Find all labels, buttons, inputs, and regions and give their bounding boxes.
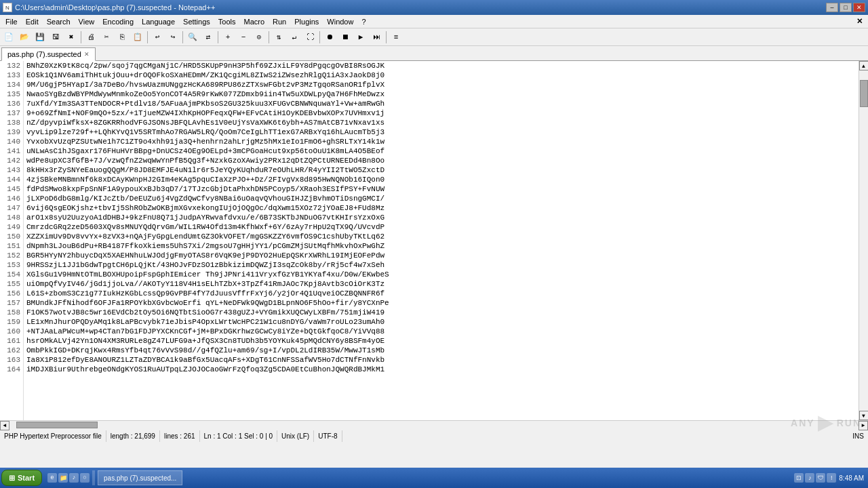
line-number: 153 bbox=[3, 260, 20, 270]
folder-icon[interactable]: 📁 bbox=[58, 473, 68, 483]
function-list[interactable]: ≡ bbox=[389, 30, 403, 45]
app-icon: N bbox=[3, 3, 12, 12]
print-button[interactable]: 🖨 bbox=[83, 30, 98, 45]
save-button[interactable]: 💾 bbox=[33, 30, 47, 45]
copy-button[interactable]: ⎘ bbox=[115, 30, 130, 45]
browser-icon[interactable]: ○ bbox=[80, 473, 90, 483]
line-number: 154 bbox=[3, 270, 20, 279]
code-line: XZZXimUv9Dv8vvYx+8zVX3+nQAjFyGpgLendUmtG… bbox=[26, 232, 856, 241]
scroll-left-button[interactable]: ◄ bbox=[0, 421, 9, 430]
status-length: length : 21,699 bbox=[106, 430, 160, 442]
menu-encoding[interactable]: Encoding bbox=[98, 17, 138, 26]
menu-window[interactable]: Window bbox=[323, 17, 357, 26]
line-number: 160 bbox=[3, 327, 20, 336]
code-line: hsrOMkALVj42Yn1ON4XM3RURLe8gZ47LUFG9a+Jf… bbox=[26, 336, 856, 346]
start-label: Start bbox=[18, 474, 35, 482]
tab-label: pas.php (7).suspected bbox=[7, 50, 81, 58]
macro-run-multi[interactable]: ⏭ bbox=[369, 30, 384, 45]
new-button[interactable]: 📄 bbox=[1, 30, 16, 45]
minimize-button[interactable]: – bbox=[826, 3, 838, 12]
code-line: EOSk1Q1NV6amiThHtukjOuu+drOQOFkoSXaHEDmM… bbox=[26, 70, 856, 80]
status-position: Ln : 1 Col : 1 Sel : 0 | 0 bbox=[200, 430, 278, 442]
menu-bar: File Edit Search View Encoding Language … bbox=[0, 15, 868, 28]
find-button[interactable]: 🔍 bbox=[185, 30, 200, 45]
tray-security-icon[interactable]: 🛡 bbox=[816, 473, 825, 483]
menu-tools[interactable]: Tools bbox=[214, 17, 240, 26]
line-number: 159 bbox=[3, 317, 20, 327]
menu-help[interactable]: ? bbox=[357, 17, 370, 26]
menu-edit[interactable]: Edit bbox=[22, 17, 43, 26]
line-number: 134 bbox=[3, 80, 20, 89]
toolbar: 📄 📂 💾 🖫 ✖ 🖨 ✂ ⎘ 📋 ↩ ↪ 🔍 ⇄ + − ⊙ ⇅ ↵ ⛶ ⏺ … bbox=[0, 28, 868, 46]
code-line: +NTJAaLaPWcuM+wp4CTan7bG1FDJPYXCKnCGf+jM… bbox=[26, 327, 856, 336]
line-number: 143 bbox=[3, 165, 20, 175]
ie-icon[interactable]: e bbox=[47, 473, 57, 483]
tray-volume-icon[interactable]: ♪ bbox=[805, 473, 814, 483]
close-button[interactable]: ✕ bbox=[853, 3, 865, 12]
menu-settings[interactable]: Settings bbox=[179, 17, 214, 26]
horizontal-scrollbar[interactable]: ◄ ► bbox=[0, 420, 868, 430]
tray-network-icon[interactable]: ⊡ bbox=[794, 473, 804, 483]
tab-close-icon[interactable]: ✕ bbox=[84, 51, 90, 58]
line-number: 164 bbox=[3, 365, 20, 374]
redo-button[interactable]: ↪ bbox=[165, 30, 180, 45]
paste-button[interactable]: 📋 bbox=[130, 30, 145, 45]
line-number: 132 bbox=[3, 61, 20, 70]
menu-file[interactable]: File bbox=[1, 17, 22, 26]
scroll-up-button[interactable]: ▲ bbox=[859, 61, 869, 70]
undo-button[interactable]: ↩ bbox=[150, 30, 165, 45]
maximize-button[interactable]: □ bbox=[840, 3, 852, 12]
vertical-scrollbar[interactable]: ▲ ▼ bbox=[859, 61, 868, 420]
line-number: 158 bbox=[3, 308, 20, 317]
macro-stop[interactable]: ⏹ bbox=[338, 30, 353, 45]
code-line: iMDJXBiur9UthrebgeONdgKYOS1RuAUTpqLZJOJO… bbox=[26, 365, 856, 374]
scroll-down-button[interactable]: ▼ bbox=[859, 411, 869, 420]
tab-pas-php[interactable]: pas.php (7).suspected ✕ bbox=[1, 47, 96, 61]
line-number: 144 bbox=[3, 175, 20, 184]
zoom-out-button[interactable]: − bbox=[236, 30, 251, 45]
line-number: 148 bbox=[3, 213, 20, 222]
window-title: C:\Users\admin\Desktop\pas.php (7).suspe… bbox=[15, 3, 215, 12]
taskbar-app-item[interactable]: pas.php (7).suspected... bbox=[98, 470, 182, 485]
fullscreen-button[interactable]: ⛶ bbox=[302, 30, 317, 45]
replace-button[interactable]: ⇄ bbox=[201, 30, 216, 45]
close-button2[interactable]: ✖ bbox=[64, 30, 79, 45]
menu-search[interactable]: Search bbox=[43, 17, 75, 26]
wrap-button[interactable]: ↵ bbox=[287, 30, 302, 45]
code-content-area[interactable]: BNhZ0XzK9tK8cq/2pw/sqoj7qgCMgaNj1C/HRD5S… bbox=[24, 61, 859, 420]
code-line: F1OK57wotvJB8c5wr16EVdCb2tOy5Oi6NQTbtSio… bbox=[26, 308, 856, 317]
status-eol: Unix (LF) bbox=[277, 430, 314, 442]
code-line: XGlsGu1V9HmNtOTmLBOXHUpoipFspGphIEmicer … bbox=[26, 270, 856, 279]
cut-button[interactable]: ✂ bbox=[99, 30, 114, 45]
scroll-thumb[interactable] bbox=[860, 80, 868, 107]
line-number: 149 bbox=[3, 222, 20, 232]
code-line: NwaoSYgBzdWBYPMdWywMnmkoZeOo5YonCOT4A5R9… bbox=[26, 89, 856, 99]
open-button[interactable]: 📂 bbox=[17, 30, 32, 45]
tray-alert-icon[interactable]: ! bbox=[827, 473, 836, 483]
menu-plugins[interactable]: Plugins bbox=[290, 17, 323, 26]
code-line: jLXPoD6dbG8mlg/KIJcZtb/DeEUZu6j4VgZdQwCf… bbox=[26, 194, 856, 203]
hscroll-track[interactable] bbox=[9, 421, 859, 430]
code-editor[interactable]: 1321331341351361371381391401411421431441… bbox=[0, 61, 868, 420]
line-number: 151 bbox=[3, 241, 20, 251]
start-button[interactable]: ⊞ Start bbox=[1, 470, 42, 486]
menu-macro[interactable]: Macro bbox=[239, 17, 269, 26]
menu-view[interactable]: View bbox=[75, 17, 99, 26]
menu-run[interactable]: Run bbox=[269, 17, 290, 26]
scroll-right-button[interactable]: ► bbox=[859, 421, 868, 430]
quick-launch: e 📁 ♪ ○ bbox=[47, 473, 90, 483]
line-number: 155 bbox=[3, 279, 20, 289]
close-tab-button[interactable]: ✕ bbox=[852, 16, 867, 26]
hscroll-thumb[interactable] bbox=[16, 422, 98, 428]
media-icon[interactable]: ♪ bbox=[69, 473, 79, 483]
line-number: 163 bbox=[3, 355, 20, 365]
toolbar-separator-5 bbox=[269, 31, 269, 43]
menu-language[interactable]: Language bbox=[138, 17, 179, 26]
code-line: 6vij6QsgEOKjshz+tbvIj5ShRObZwOKBjmXGvxek… bbox=[26, 203, 856, 213]
save-all-button[interactable]: 🖫 bbox=[48, 30, 63, 45]
macro-record[interactable]: ⏺ bbox=[322, 30, 337, 45]
sync-scroll-button[interactable]: ⇅ bbox=[271, 30, 286, 45]
zoom-reset-button[interactable]: ⊙ bbox=[252, 30, 267, 45]
zoom-in-button[interactable]: + bbox=[220, 30, 235, 45]
macro-play[interactable]: ▶ bbox=[353, 30, 368, 45]
